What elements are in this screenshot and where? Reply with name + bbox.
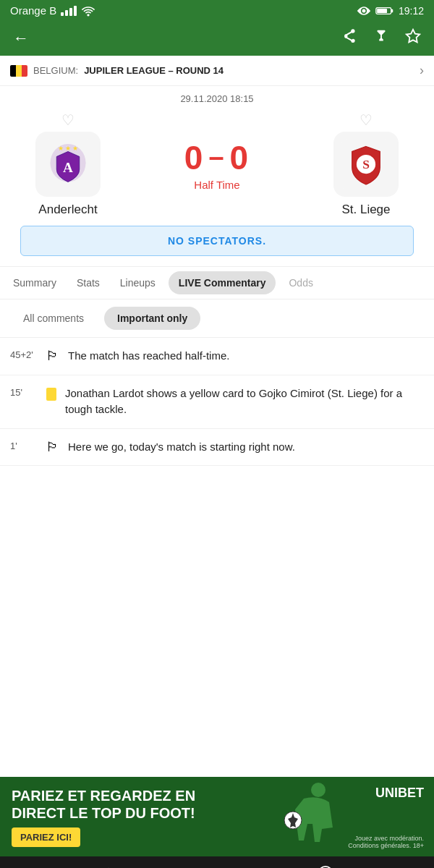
ad-cta-button[interactable]: PARIEZ ICI! <box>12 827 80 847</box>
league-bar: BELGIUM: JUPILER LEAGUE – ROUND 14 › <box>0 56 434 86</box>
comment-item: 15' Jonathan Lardot shows a yellow card … <box>0 375 434 429</box>
comment-text: Jonathan Lardot shows a yellow card to G… <box>65 386 424 418</box>
favorite-button[interactable] <box>405 28 421 48</box>
wifi-icon <box>81 5 95 17</box>
filter-row: All comments Important only <box>0 299 434 338</box>
svg-marker-3 <box>407 30 420 42</box>
no-spectators-banner: NO SPECTATORS. <box>20 226 414 256</box>
country-flag <box>10 65 27 77</box>
svg-text:S: S <box>362 157 370 171</box>
battery-icon <box>375 6 394 16</box>
away-favorite-icon[interactable]: ♡ <box>359 111 373 129</box>
svg-point-11 <box>311 783 326 797</box>
pin-button[interactable] <box>373 28 389 48</box>
ad-banner[interactable]: PARIEZ ET REGARDEZ ENDIRECT LE TOP DU FO… <box>0 777 434 856</box>
comment-item: 1' 🏳 Here we go, today's match is starti… <box>0 429 434 467</box>
match-status: Half Time <box>194 179 239 191</box>
home-nav-button[interactable] <box>318 865 333 868</box>
comment-text: Here we go, today's match is starting ri… <box>68 439 424 456</box>
yellow-card-icon <box>46 388 56 401</box>
whistle-icon: 🏳 <box>46 440 59 455</box>
svg-text:A: A <box>63 160 73 175</box>
commentary-list: 45+2' 🏳 The match has reached half-time.… <box>0 338 434 466</box>
chevron-right-icon[interactable]: › <box>420 63 424 78</box>
tabs-row: Summary Stats Lineups LIVE Commentary Od… <box>0 267 434 299</box>
svg-text:★ ★ ★: ★ ★ ★ <box>58 145 79 152</box>
carrier-name: Orange B <box>10 4 56 17</box>
match-card: 29.11.2020 18:15 ♡ ★ ★ ★ A Anderlecht <box>0 86 434 267</box>
comment-time: 1' <box>10 439 38 451</box>
score-block: 0 – 0 Half Time <box>184 138 250 191</box>
tab-summary[interactable]: Summary <box>3 267 67 299</box>
home-team-name: Anderlecht <box>38 203 97 217</box>
league-name: JUPILER LEAGUE – ROUND 14 <box>84 65 224 76</box>
away-team-name: St. Liege <box>341 203 390 217</box>
ad-disclaimer: Jouez avec modération. Conditions généra… <box>348 835 424 849</box>
back-button[interactable]: ← <box>13 29 29 48</box>
tab-live-commentary[interactable]: LIVE Commentary <box>169 271 276 294</box>
eye-icon <box>357 6 371 16</box>
comment-time: 15' <box>10 386 38 398</box>
time-display: 19:12 <box>399 5 424 17</box>
match-date: 29.11.2020 18:15 <box>10 93 424 104</box>
all-comments-button[interactable]: All comments <box>10 307 97 330</box>
ad-title: PARIEZ ET REGARDEZ ENDIRECT LE TOP DU FO… <box>12 787 195 822</box>
svg-rect-2 <box>391 9 393 12</box>
home-favorite-icon[interactable]: ♡ <box>61 111 75 129</box>
signal-icon <box>61 6 77 16</box>
spacer <box>0 466 434 777</box>
tab-odds[interactable]: Odds <box>278 267 323 299</box>
tab-lineups[interactable]: Lineups <box>110 267 166 299</box>
share-button[interactable] <box>341 28 357 48</box>
home-team-block: ♡ ★ ★ ★ A Anderlecht <box>10 111 126 217</box>
status-bar: Orange B 19:12 <box>0 0 434 21</box>
no-spectators-text: NO SPECTATORS. <box>168 235 266 247</box>
home-team-logo: ★ ★ ★ A <box>35 132 101 197</box>
comment-text: The match has reached half-time. <box>68 348 424 365</box>
whistle-icon: 🏳 <box>46 349 59 364</box>
svg-rect-1 <box>377 8 387 12</box>
comment-time: 45+2' <box>10 348 38 360</box>
important-only-button[interactable]: Important only <box>104 307 200 330</box>
ad-text-block: PARIEZ ET REGARDEZ ENDIRECT LE TOP DU FO… <box>0 778 207 856</box>
home-score: 0 <box>184 138 205 177</box>
ad-brand: UNIBET <box>375 786 424 801</box>
ad-player-image <box>275 777 347 856</box>
away-team-block: ♡ S St. Liege <box>308 111 424 217</box>
league-country: BELGIUM: <box>33 65 78 76</box>
back-nav-button[interactable] <box>101 865 116 868</box>
top-nav: ← <box>0 21 434 56</box>
tab-stats[interactable]: Stats <box>67 267 110 299</box>
bottom-nav: www.GamerZ.be <box>0 856 434 868</box>
comment-item: 45+2' 🏳 The match has reached half-time. <box>0 338 434 375</box>
away-team-logo: S <box>333 132 399 197</box>
away-score: 0 <box>230 138 250 177</box>
score-separator: – <box>208 142 225 173</box>
